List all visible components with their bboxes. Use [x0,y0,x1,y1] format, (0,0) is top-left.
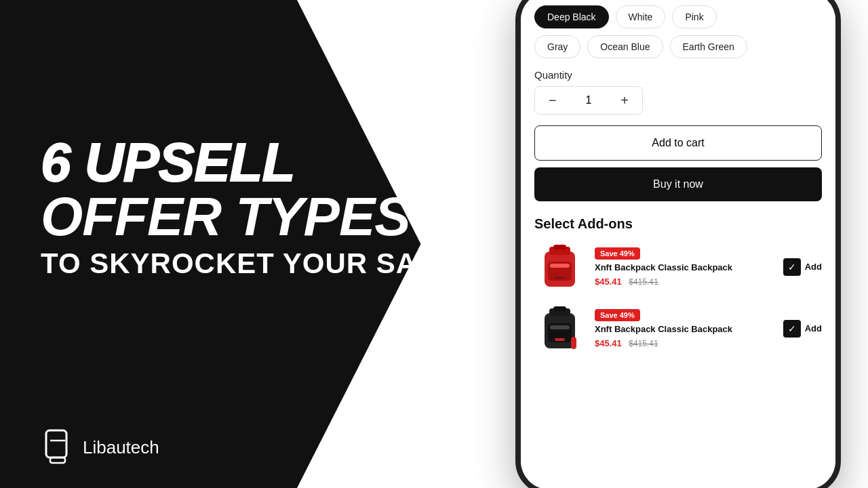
logo-icon [41,427,75,468]
headline-line2: OFFER TYPES [41,190,475,244]
buy-now-button[interactable]: Buy it now [534,167,822,201]
addon-check-add-1: ✓ Add [783,258,822,276]
addon-sale-price-2: $45.41 [595,338,622,348]
backpack-black-icon [534,303,585,354]
addon-item-2: Save 49% Xnft Backpack Classic Backpack … [534,303,822,354]
left-panel: 6 UPSELL OFFER TYPES TO SKYROCKET YOUR S… [0,0,495,488]
svg-rect-14 [555,338,565,341]
color-options-row1: Deep Black White Pink [534,5,822,28]
right-panel: Deep Black White Pink Gray Ocean Blue Ea… [488,0,868,488]
color-options-row2: Gray Ocean Blue Earth Green [534,35,822,58]
save-badge-2: Save 49% [595,309,640,321]
save-badge-1: Save 49% [595,247,640,260]
phone-content: Deep Black White Pink Gray Ocean Blue Ea… [521,0,835,488]
quantity-decrease-button[interactable]: − [549,94,557,107]
addon-add-label-2: Add [805,323,822,333]
quantity-label: Quantity [534,69,822,81]
addon-info-2: Save 49% Xnft Backpack Classic Backpack … [595,308,774,349]
svg-rect-0 [46,430,66,458]
addons-title: Select Add-ons [534,216,822,232]
addon-pricing-1: $45.41 $415.41 [595,275,774,287]
headline-line3: TO SKYROCKET YOUR SALES [41,247,475,281]
addon-name-2: Xnft Backpack Classic Backpack [595,324,774,334]
backpack-image-1 [534,241,585,292]
logo: Libautech [41,427,159,468]
phone-mockup: Deep Black White Pink Gray Ocean Blue Ea… [515,0,841,488]
svg-rect-8 [555,277,565,279]
addon-original-price-2: $415.41 [629,339,658,348]
color-pill-deep-black[interactable]: Deep Black [534,5,609,28]
backpack-red-icon [534,241,585,292]
addon-sale-price-1: $45.41 [595,277,622,287]
headline: 6 UPSELL OFFER TYPES TO SKYROCKET YOUR S… [41,136,475,281]
svg-rect-1 [50,458,65,463]
color-pill-pink[interactable]: Pink [672,5,716,28]
color-pill-earth-green[interactable]: Earth Green [670,35,747,58]
addon-item-1: Save 49% Xnft Backpack Classic Backpack … [534,241,822,292]
addon-add-label-1: Add [805,262,822,272]
svg-rect-7 [550,264,570,268]
add-to-cart-button[interactable]: Add to cart [534,125,822,161]
svg-rect-5 [553,245,566,249]
svg-rect-15 [571,337,576,349]
logo-text: Libautech [83,437,159,458]
addon-info-1: Save 49% Xnft Backpack Classic Backpack … [595,247,774,287]
addon-check-add-2: ✓ Add [783,320,822,338]
color-pill-ocean-blue[interactable]: Ocean Blue [587,35,663,58]
svg-rect-13 [550,325,570,329]
addon-name-1: Xnft Backpack Classic Backpack [595,262,774,272]
color-pill-gray[interactable]: Gray [534,35,580,58]
quantity-value: 1 [586,94,592,106]
quantity-control: − 1 + [534,86,643,115]
headline-line1: 6 UPSELL [41,136,475,190]
addon-checkbox-2[interactable]: ✓ [783,320,801,338]
svg-rect-11 [553,306,566,311]
addon-pricing-2: $45.41 $415.41 [595,337,774,349]
color-pill-white[interactable]: White [616,5,666,28]
addon-original-price-1: $415.41 [629,277,658,287]
addon-checkbox-1[interactable]: ✓ [783,258,801,276]
backpack-image-2 [534,303,585,354]
quantity-increase-button[interactable]: + [620,94,629,107]
